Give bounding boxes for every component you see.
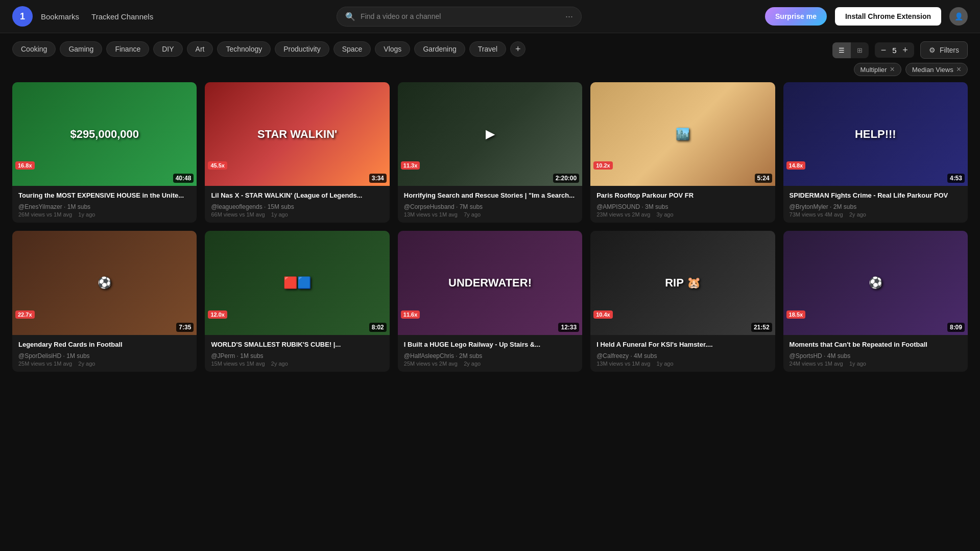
card-info: I Held A Funeral For KSI's Hamster.... @… <box>590 335 775 372</box>
filter-tag: Median Views× <box>905 63 968 76</box>
thumbnail: HELP!!! 4:53 14.8x <box>783 82 968 186</box>
video-title: WORLD'S SMALLEST RUBIK'S CUBE! |... <box>211 340 383 349</box>
video-stats: 25M views vs 1M avg 2y ago <box>18 361 190 367</box>
thumbnail-overlay: ⚽ <box>12 231 197 334</box>
category-pill[interactable]: Finance <box>106 41 149 57</box>
category-pill[interactable]: Productivity <box>275 41 329 57</box>
filter-icon: ⚙ <box>929 46 936 54</box>
category-pill[interactable]: Vlogs <box>375 41 410 57</box>
video-card[interactable]: 🟥🟦 8:02 12.0x WORLD'S SMALLEST RUBIK'S C… <box>205 231 389 371</box>
channel-name: @AMPISOUND · 3M subs <box>596 203 769 210</box>
card-info: Lil Nas X - STAR WALKIN' (League of Lege… <box>205 186 389 223</box>
thumbnail: ▶ 2:20:00 11.3x <box>398 82 582 186</box>
card-info: Paris Rooftop Parkour POV FR @AMPISOUND … <box>590 186 775 223</box>
video-stats: 25M views vs 2M avg 2y ago <box>404 361 576 367</box>
video-stats: 15M views vs 1M avg 2y ago <box>211 361 383 367</box>
video-duration: 4:53 <box>947 174 965 183</box>
filter-tag: Multiplier× <box>854 63 901 76</box>
card-info: I Built a HUGE Lego Railway - Up Stairs … <box>398 335 582 372</box>
category-pill[interactable]: Cooking <box>12 41 56 57</box>
decrease-count-button[interactable]: − <box>881 45 887 55</box>
view-toggle: ☰ ⊞ <box>832 42 869 58</box>
category-pill[interactable]: Art <box>187 41 213 57</box>
thumbnail: ⚽ 8:09 18.5x <box>783 231 968 334</box>
category-pill[interactable]: Technology <box>217 41 271 57</box>
thumbnail-overlay: 🟥🟦 <box>205 231 389 334</box>
video-stats: 24M views vs 1M avg 1y ago <box>790 361 962 367</box>
video-stats: 66M views vs 1M avg 1y ago <box>211 211 383 218</box>
video-card[interactable]: $295,000,000 40:48 16.8x Touring the MOS… <box>12 82 197 223</box>
multiplier-badge: 10.2x <box>593 161 613 170</box>
thumbnail: 🏙️ 5:24 10.2x <box>590 82 775 186</box>
category-pill[interactable]: DIY <box>153 41 182 57</box>
header: 1 Bookmarks Tracked Channels 🔍 ··· Surpr… <box>0 0 980 33</box>
thumbnail: UNDERWATER! 12:33 11.6x <box>398 231 582 334</box>
thumbnail-overlay: ▶ <box>398 82 582 186</box>
category-pill[interactable]: Space <box>333 41 371 57</box>
video-duration: 8:02 <box>369 323 387 332</box>
video-title: Legendary Red Cards in Football <box>18 340 190 349</box>
remove-filter-button[interactable]: × <box>957 65 961 74</box>
nav-bookmarks[interactable]: Bookmarks <box>41 12 79 21</box>
logo[interactable]: 1 <box>12 6 33 27</box>
video-duration: 7:35 <box>176 323 194 332</box>
video-stats: 23M views vs 2M avg 3y ago <box>596 211 769 218</box>
video-title: Moments that Can't be Repeated in Footba… <box>790 340 962 349</box>
multiplier-badge: 16.8x <box>15 161 35 170</box>
thumbnail-overlay: UNDERWATER! <box>398 231 582 334</box>
channel-name: @CorpseHusband · 7M subs <box>404 203 576 210</box>
multiplier-badge: 11.3x <box>401 161 420 170</box>
avatar[interactable]: 👤 <box>949 7 968 26</box>
install-extension-button[interactable]: Install Chrome Extension <box>835 7 941 26</box>
video-duration: 8:09 <box>947 323 965 332</box>
nav-tracked-channels[interactable]: Tracked Channels <box>91 12 153 21</box>
grid-view-button[interactable]: ⊞ <box>851 42 869 58</box>
video-card[interactable]: 🏙️ 5:24 10.2x Paris Rooftop Parkour POV … <box>590 82 775 223</box>
active-filters: Multiplier×Median Views× <box>0 63 980 82</box>
channel-name: @SporDelisiHD · 1M subs <box>18 352 190 360</box>
video-title: Lil Nas X - STAR WALKIN' (League of Lege… <box>211 191 383 200</box>
video-card[interactable]: HELP!!! 4:53 14.8x SPIDERMAN Fights Crim… <box>783 82 968 223</box>
list-view-button[interactable]: ☰ <box>832 42 851 58</box>
search-input[interactable] <box>361 12 560 20</box>
count-control: − 5 + <box>875 42 914 58</box>
video-card[interactable]: ⚽ 7:35 22.7x Legendary Red Cards in Foot… <box>12 231 197 371</box>
surprise-button[interactable]: Surprise me <box>765 7 827 26</box>
thumbnail: $295,000,000 40:48 16.8x <box>12 82 197 186</box>
main-nav: Bookmarks Tracked Channels <box>41 12 153 21</box>
video-card[interactable]: RIP 🐹 21:52 10.4x I Held A Funeral For K… <box>590 231 775 371</box>
thumbnail: 🟥🟦 8:02 12.0x <box>205 231 389 334</box>
channel-name: @HalfAsleepChris · 2M subs <box>404 352 576 360</box>
category-pill[interactable]: Travel <box>469 41 506 57</box>
video-card[interactable]: ⚽ 8:09 18.5x Moments that Can't be Repea… <box>783 231 968 371</box>
video-card[interactable]: UNDERWATER! 12:33 11.6x I Built a HUGE L… <box>398 231 582 371</box>
channel-name: @JPerm · 1M subs <box>211 352 383 360</box>
thumbnail-overlay: STAR WALKIN' <box>205 82 389 186</box>
video-title: I Held A Funeral For KSI's Hamster.... <box>596 340 769 349</box>
thumbnail-overlay: 🏙️ <box>590 82 775 186</box>
channel-name: @SportsHD · 4M subs <box>790 352 962 360</box>
video-duration: 2:20:00 <box>553 174 579 183</box>
video-duration: 12:33 <box>558 323 579 332</box>
video-title: I Built a HUGE Lego Railway - Up Stairs … <box>404 340 576 349</box>
multiplier-badge: 14.8x <box>786 161 806 170</box>
thumbnail-overlay: $295,000,000 <box>12 82 197 186</box>
channel-name: @leagueoflegends · 15M subs <box>211 203 383 210</box>
category-pill[interactable]: Gardening <box>414 41 465 57</box>
category-bar: CookingGamingFinanceDIYArtTechnologyProd… <box>12 41 832 57</box>
video-title: Touring the MOST EXPENSIVE HOUSE in the … <box>18 191 190 200</box>
video-card[interactable]: STAR WALKIN' 3:34 45.5x Lil Nas X - STAR… <box>205 82 389 223</box>
add-category-button[interactable]: + <box>510 41 525 57</box>
category-pill[interactable]: Gaming <box>60 41 102 57</box>
video-card[interactable]: ▶ 2:20:00 11.3x Horrifying Search and Re… <box>398 82 582 223</box>
more-options-icon[interactable]: ··· <box>565 11 573 22</box>
increase-count-button[interactable]: + <box>902 45 908 55</box>
remove-filter-button[interactable]: × <box>890 65 895 74</box>
video-duration: 40:48 <box>173 174 194 183</box>
channel-name: @EnesYilmazer · 1M subs <box>18 203 190 210</box>
thumbnail: STAR WALKIN' 3:34 45.5x <box>205 82 389 186</box>
card-info: Horrifying Search and Rescue Stories | "… <box>398 186 582 223</box>
card-info: SPIDERMAN Fights Crime - Real Life Parko… <box>783 186 968 223</box>
filters-button[interactable]: ⚙ Filters <box>920 41 968 59</box>
multiplier-badge: 11.6x <box>401 310 420 319</box>
